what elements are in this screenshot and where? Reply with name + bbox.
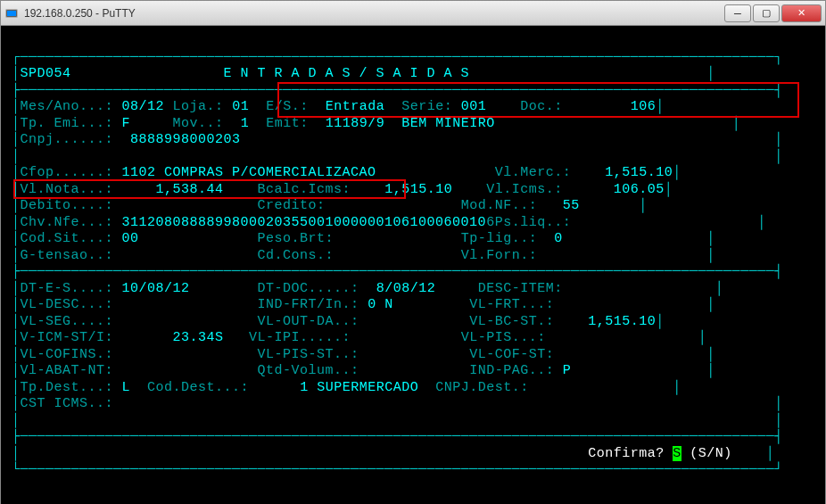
cfop-label: Cfop......: bbox=[21, 165, 114, 180]
vl-bc-st-label: VL-BC-ST.: bbox=[469, 314, 554, 329]
screen-title: E N T R A D A S / S A I D A S bbox=[224, 66, 470, 81]
ind-pag-label: IND-PAG..: bbox=[469, 363, 554, 378]
vl-icms-value: 106.05 bbox=[614, 182, 665, 197]
titlebar[interactable]: 192.168.0.250 - PuTTY ─ ▢ ✕ bbox=[1, 1, 825, 26]
desc-item-label: DESC-ITEM: bbox=[478, 281, 563, 296]
vl-merc-value: 1,515.10 bbox=[605, 165, 673, 180]
cod-dest-value: 1 SUPERMERCADO bbox=[300, 380, 418, 395]
vl-icms-label: Vl.Icms.: bbox=[486, 182, 563, 197]
window-controls: ─ ▢ ✕ bbox=[723, 4, 822, 22]
loja-label: Loja.: bbox=[173, 99, 224, 114]
tp-emi-label: Tp. Emi...: bbox=[21, 116, 114, 131]
confirm-input[interactable]: S bbox=[673, 446, 681, 461]
vl-nota-value: 1,538.44 bbox=[156, 182, 224, 197]
vl-ipi-label: VL-IPI.....: bbox=[249, 330, 351, 345]
cnpj-label: Cnpj......: bbox=[21, 132, 114, 147]
putty-icon bbox=[4, 6, 19, 21]
mov-value: 1 bbox=[241, 116, 250, 131]
loja-value: 01 bbox=[232, 99, 249, 114]
mov-label: Mov..: bbox=[173, 116, 224, 131]
tp-emi-value: F bbox=[122, 116, 131, 131]
bcalc-label: Bcalc.Icms: bbox=[258, 182, 351, 197]
qtd-volum-label: Qtd-Volum..: bbox=[258, 363, 359, 378]
emit-code-value: 11189/9 bbox=[326, 116, 385, 131]
es-value: Entrada bbox=[326, 99, 385, 114]
tp-dest-value: L bbox=[122, 380, 131, 395]
tp-lig-label: Tp-lig..: bbox=[461, 231, 538, 246]
serie-value: 001 bbox=[461, 99, 487, 114]
doc-label: Doc.: bbox=[520, 99, 563, 114]
peso-brt-label: Peso.Brt: bbox=[258, 231, 335, 246]
chv-nfe-value: 3112080888899800020355001000000106100060… bbox=[122, 215, 487, 230]
cnpj-dest-label: CNPJ.Dest.: bbox=[435, 380, 529, 395]
putty-window: 192.168.0.250 - PuTTY ─ ▢ ✕ ┌───────────… bbox=[0, 0, 826, 504]
window-title: 192.168.0.250 - PuTTY bbox=[24, 7, 723, 20]
debito-label: Debito....: bbox=[21, 198, 114, 213]
emit-name-value: BEM MINEIRO bbox=[401, 116, 495, 131]
vl-merc-label: Vl.Merc.: bbox=[495, 165, 572, 180]
vl-nota-label: Vl.Nota...: bbox=[21, 182, 114, 197]
vl-bc-st-value: 1,515.10 bbox=[588, 314, 656, 329]
mod-nf-value: 55 bbox=[563, 198, 580, 213]
bcalc-value: 1,515.10 bbox=[384, 182, 452, 197]
chv-nfe-label: Chv.Nfe...: bbox=[21, 215, 114, 230]
vl-forn-label: Vl.Forn.: bbox=[461, 248, 538, 263]
ind-frt-value: 0 N bbox=[368, 297, 393, 312]
cnpj-value: 8888998000203 bbox=[130, 132, 241, 147]
ps-liq-label: 6Ps.liq..: bbox=[486, 215, 571, 230]
dt-es-label: DT-E-S....: bbox=[21, 281, 114, 296]
tp-lig-value: 0 bbox=[554, 231, 563, 246]
mes-ano-label: Mes/Ano...: bbox=[21, 99, 114, 114]
mes-ano-value: 08/12 bbox=[122, 99, 165, 114]
emit-label: Emit: bbox=[266, 116, 309, 131]
terminal-content[interactable]: ┌───────────────────────────────────────… bbox=[1, 26, 825, 504]
dt-es-value: 10/08/12 bbox=[122, 281, 190, 296]
cfop-value: 1102 COMPRAS P/COMERCIALIZACAO bbox=[122, 165, 376, 180]
vl-pis-st-label: VL-PIS-ST..: bbox=[258, 347, 359, 362]
v-icm-st-label: V-ICM-ST/I: bbox=[21, 330, 114, 345]
svg-rect-1 bbox=[7, 11, 16, 16]
vl-frt-label: VL-FRT...: bbox=[469, 297, 554, 312]
doc-value: 106 bbox=[631, 99, 657, 114]
credito-label: Credito: bbox=[258, 198, 326, 213]
es-label: E/S.: bbox=[266, 99, 309, 114]
dt-doc-label: DT-DOC.....: bbox=[258, 281, 359, 296]
cod-sit-value: 00 bbox=[122, 231, 139, 246]
vl-pis-label: VL-PIS...: bbox=[461, 330, 546, 345]
close-button[interactable]: ✕ bbox=[781, 4, 822, 22]
g-tensao-label: G-tensao..: bbox=[21, 248, 114, 263]
cst-icms-label: CST ICMS..: bbox=[21, 396, 114, 411]
dt-doc-value: 8/08/12 bbox=[376, 281, 436, 296]
vl-cofins-label: VL-COFINS.: bbox=[21, 347, 114, 362]
serie-label: Serie: bbox=[401, 99, 452, 114]
minimize-button[interactable]: ─ bbox=[724, 4, 751, 22]
ind-pag-value: P bbox=[563, 363, 572, 378]
v-icm-st-value: 23.34S bbox=[173, 330, 224, 345]
confirm-label: Confirma? bbox=[588, 446, 665, 461]
maximize-button[interactable]: ▢ bbox=[753, 4, 780, 22]
confirm-options: (S/N) bbox=[690, 446, 732, 461]
vl-out-da-label: VL-OUT-DA..: bbox=[258, 314, 359, 329]
program-id: SPD054 bbox=[21, 66, 71, 81]
vl-cof-st-label: VL-COF-ST: bbox=[469, 347, 554, 362]
cod-sit-label: Cod.Sit...: bbox=[21, 231, 114, 246]
vl-desc-label: VL-DESC...: bbox=[21, 297, 114, 312]
vl-abat-nt-label: Vl-ABAT-NT: bbox=[21, 363, 114, 378]
mod-nf-label: Mod.NF..: bbox=[461, 198, 538, 213]
tp-dest-label: Tp.Dest...: bbox=[21, 380, 114, 395]
cd-cons-label: Cd.Cons.: bbox=[258, 248, 335, 263]
cod-dest-label: Cod.Dest...: bbox=[147, 380, 249, 395]
vl-seg-label: VL-SEG....: bbox=[21, 314, 114, 329]
ind-frt-label: IND-FRT/In.: bbox=[258, 297, 359, 312]
